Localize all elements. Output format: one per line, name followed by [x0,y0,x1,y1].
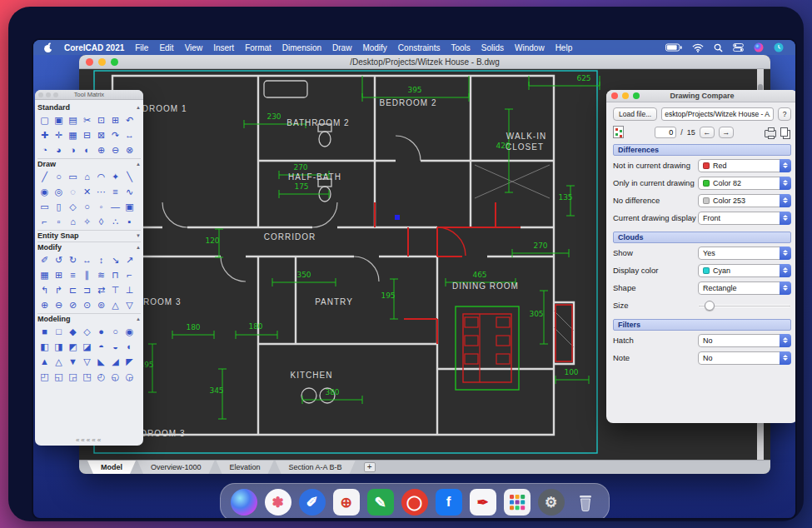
tool-icon[interactable]: ◒ [108,339,122,354]
tool-icon[interactable]: ↺ [52,252,66,267]
load-file-button[interactable]: Load file... [613,107,657,121]
compare-file-input[interactable] [661,107,774,121]
tool-icon[interactable]: ⌂ [66,214,80,229]
tool-icon[interactable]: ◕ [52,142,66,157]
hatch-select[interactable]: No [698,334,791,347]
control-center-icon[interactable] [733,43,744,52]
tool-icon[interactable]: ✂ [80,112,94,127]
palette-collapse-arrows[interactable]: ««««« [35,435,143,446]
tool-icon[interactable]: ▼ [66,354,80,369]
tool-icon[interactable]: ◧ [37,339,52,354]
tool-icon[interactable]: ∴ [108,214,122,229]
siri-icon[interactable] [231,489,257,516]
tool-icon[interactable]: ▪ [122,214,137,229]
tool-icon[interactable]: ◉ [37,184,52,199]
tool-icon[interactable]: ◌ [66,184,80,199]
menu-dimension[interactable]: Dimension [282,43,321,52]
note-select[interactable]: No [698,351,791,365]
clock-icon[interactable] [774,42,784,52]
tab-overview-1000[interactable]: Overview-1000 [137,461,215,474]
tool-icon[interactable]: ↕ [94,252,108,267]
menu-draw[interactable]: Draw [332,43,351,52]
tool-icon[interactable]: ◦ [94,199,108,214]
wifi-icon[interactable] [692,43,704,52]
tool-icon[interactable]: ✛ [52,127,66,142]
close-button[interactable] [611,92,618,99]
tool-icon[interactable]: ▯ [52,199,66,214]
menu-tools[interactable]: Tools [451,43,470,52]
tool-icon[interactable]: ⊗ [122,142,137,157]
entity-grip[interactable] [395,215,400,220]
help-button[interactable]: ? [778,107,791,121]
tool-icon[interactable]: ◉ [122,324,137,339]
tool-icon[interactable]: ╱ [37,169,52,184]
minimize-button[interactable] [98,58,106,66]
tool-icon[interactable]: ⊐ [80,282,94,297]
tool-icon[interactable]: ≡ [66,267,80,282]
section-collapse-icon[interactable]: ▲ [136,105,141,110]
tool-icon[interactable]: ▦ [37,267,52,282]
display-color-select[interactable]: Cyan [698,264,791,277]
tool-section-entity-snap[interactable]: Entity Snap▼ [37,230,141,241]
launchpad-icon[interactable] [504,489,531,516]
tool-icon[interactable]: ⊘ [66,297,80,312]
apple-menu-icon[interactable] [43,42,53,53]
tool-icon[interactable]: ⊞ [108,112,122,127]
search-icon[interactable] [714,43,723,52]
menu-view[interactable]: View [185,43,203,52]
tool-icon[interactable]: ⊚ [94,297,108,312]
tool-icon[interactable]: ○ [108,324,122,339]
photos-icon[interactable]: ✽ [265,489,291,516]
not-in-current-drawing-select[interactable]: Red [698,159,791,172]
tool-icon[interactable]: ⊥ [122,282,137,297]
tool-icon[interactable]: ⊠ [94,127,108,142]
menu-format[interactable]: Format [245,43,271,52]
tool-icon[interactable]: — [108,199,122,214]
tool-icon[interactable]: ✐ [37,252,52,267]
previous-difference-button[interactable]: ← [700,127,715,138]
menu-window[interactable]: Window [515,43,545,52]
tool-icon[interactable]: △ [108,297,122,312]
menu-file[interactable]: File [135,43,148,52]
minimize-button[interactable] [46,92,51,97]
tool-icon[interactable]: ▫ [52,214,66,229]
tool-icon[interactable]: ⊏ [66,282,80,297]
shape-select[interactable]: Rectangle [698,281,791,295]
slider-knob[interactable] [705,301,715,311]
tool-icon[interactable]: ✚ [37,127,52,142]
tool-icon[interactable]: ▭ [37,199,52,214]
tool-icon[interactable]: ⊤ [108,282,122,297]
tool-icon[interactable]: ↶ [122,112,137,127]
zoom-button[interactable] [111,58,118,66]
tool-icon[interactable]: ○ [52,169,66,184]
tool-icon[interactable]: ╲ [122,169,137,184]
tool-icon[interactable]: ◢ [108,354,122,369]
tool-section-modify[interactable]: Modify▲ [37,242,141,252]
compare-sheet-icon[interactable] [613,126,624,138]
tab-model[interactable]: Model [87,461,136,474]
tool-section-modeling[interactable]: Modeling▲ [37,313,141,324]
tool-icon[interactable]: ◶ [122,369,137,384]
corelcad-icon[interactable]: ⊕ [333,489,360,516]
tool-icon[interactable]: ◓ [94,339,108,354]
tool-icon[interactable]: ↰ [37,282,52,297]
tab-elevation[interactable]: Elevation [217,461,274,474]
tool-icon[interactable]: ⊕ [94,142,108,157]
tool-icon[interactable]: ◆ [66,324,80,339]
tool-icon[interactable]: □ [52,324,66,339]
tool-icon[interactable]: ◴ [94,369,108,384]
tool-icon[interactable]: ◲ [66,369,80,384]
tool-icon[interactable]: ⊓ [108,267,122,282]
only-in-current-drawing-select[interactable]: Color 82 [698,177,791,190]
show-select[interactable]: Yes [698,247,791,260]
tool-icon[interactable]: ▣ [122,199,137,214]
tool-icon[interactable]: △ [52,354,66,369]
tool-icon[interactable]: ↔ [80,252,94,267]
tool-icon[interactable]: ⇄ [94,282,108,297]
section-collapse-icon[interactable]: ▲ [136,245,141,250]
tool-icon[interactable]: ⌂ [80,169,94,184]
tool-icon[interactable]: ⌐ [37,214,52,229]
print-icon[interactable] [765,130,776,137]
tool-icon[interactable]: ⊡ [94,112,108,127]
section-collapse-icon[interactable]: ▲ [136,162,141,167]
